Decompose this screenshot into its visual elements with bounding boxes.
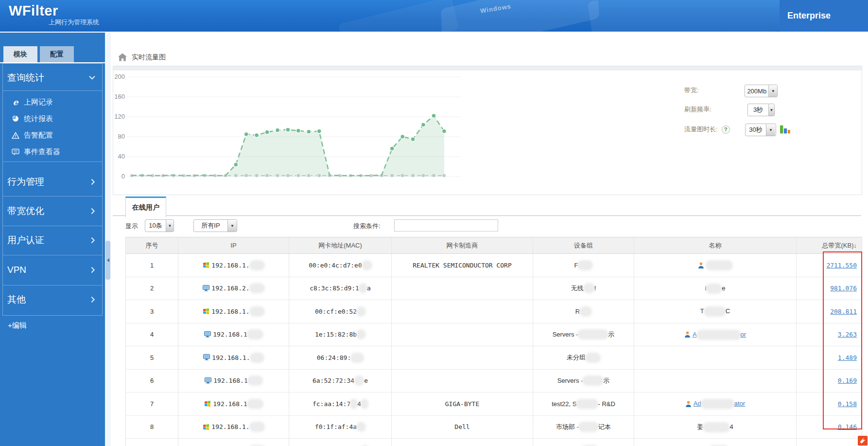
duration-control: 流量图时长: ? <box>684 125 730 134</box>
bandwidth-link[interactable]: 3.263 <box>838 331 857 338</box>
censored-region <box>362 400 367 408</box>
cell-total-bandwidth: 0.169 <box>797 370 862 392</box>
sidebar-section-5[interactable]: 其他 <box>3 285 102 314</box>
column-header-6[interactable]: 名称 <box>634 237 797 253</box>
tab-online-users[interactable]: 在线用户 <box>125 196 166 217</box>
help-icon[interactable]: ? <box>722 125 730 134</box>
column-header-3[interactable]: 网卡地址(MAC) <box>289 237 392 253</box>
user-name: 姜4 <box>697 423 733 431</box>
text-fragment: 4 <box>357 400 361 408</box>
censored-region <box>580 423 597 430</box>
cell-group: 未分 <box>533 439 634 446</box>
censored-region <box>577 400 597 408</box>
cell-name: Aor <box>634 323 797 346</box>
cell-ip: 192.168.1. <box>178 346 289 369</box>
refresh-select[interactable]: 3秒 ▼ <box>747 104 775 116</box>
cell-total-bandwidth: 0.158 <box>797 392 862 415</box>
bandwidth-link[interactable]: 1.489 <box>838 354 857 361</box>
dropdown-arrow-icon: ▼ <box>766 124 775 136</box>
bandwidth-link[interactable]: 0.158 <box>838 400 857 408</box>
sidebar-item-4[interactable]: 事件查看器 <box>3 144 102 159</box>
bandwidth-link[interactable]: 0.169 <box>838 377 857 384</box>
bandwidth-link[interactable]: 208.811 <box>830 308 857 315</box>
cell-vendor <box>392 346 533 369</box>
windows-icon <box>203 262 209 268</box>
cell-total-bandwidth: 2711.550 <box>797 254 862 277</box>
column-header-7[interactable]: 总带宽(KB)↓ <box>797 237 862 253</box>
sidebar-item-1[interactable]: e上网记录 <box>3 95 102 109</box>
censored-region <box>248 400 262 408</box>
y-tick-label: 80 <box>118 133 125 140</box>
tab-modules[interactable]: 模块 <box>3 46 37 62</box>
column-header-5[interactable]: 设备组 <box>533 237 634 253</box>
text-fragment: 示 <box>603 376 609 385</box>
censored-region <box>584 377 602 384</box>
cell-mac: 00:e0:4c:d7:e0 <box>289 254 392 277</box>
search-input[interactable] <box>394 219 498 232</box>
traffic-data-point <box>390 146 394 151</box>
tab-config[interactable]: 配置 <box>40 46 74 62</box>
page-size-select[interactable]: 10条 ▼ <box>145 219 174 232</box>
user-link[interactable] <box>706 261 732 269</box>
user-icon <box>698 262 704 268</box>
cell-group: Servers - 示 <box>533 323 634 346</box>
sidebar-item-label: 告警配置 <box>24 131 53 140</box>
traffic-data-point <box>296 128 300 133</box>
bandwidth-select[interactable]: 200Mb ▼ <box>745 85 778 97</box>
user-name: ie <box>705 285 725 292</box>
cell-total-bandwidth: 981.076 <box>797 277 862 300</box>
traffic-data-point <box>421 123 426 127</box>
home-icon[interactable] <box>118 53 127 63</box>
text-fragment: 192.168.1. <box>211 308 249 315</box>
traffic-area-fill <box>132 116 444 177</box>
bandwidth-link[interactable]: 2711.550 <box>826 262 857 269</box>
column-header-2[interactable]: IP <box>178 237 289 253</box>
censored-region <box>360 285 366 292</box>
sidebar-section-3[interactable]: 用户认证 <box>3 226 102 255</box>
online-users-table: 序号IP网卡地址(MAC)网卡制造商设备组名称总带宽(KB)↓ 1192.168… <box>125 237 862 446</box>
sidebar-item-2[interactable]: 统计报表 <box>3 111 102 126</box>
sidebar-section-label: 带宽优化 <box>7 205 44 217</box>
table-row: 7192.168.1fc:aa:14:74GIGA-BYTEtest22, S … <box>126 392 862 416</box>
y-tick-label: 40 <box>118 153 125 160</box>
duration-select[interactable]: 30秒 ▼ <box>745 124 776 136</box>
text-fragment: ator <box>734 400 745 407</box>
sidebar-section-label: 用户认证 <box>7 234 44 247</box>
sidebar-section-1[interactable]: 行为管理 <box>3 167 102 196</box>
sidebar-section-query-stats[interactable]: 查询统计 <box>3 65 102 90</box>
bandwidth-link[interactable]: 0.146 <box>838 423 857 430</box>
user-link[interactable]: Adator <box>694 400 745 408</box>
edition-panel: Enterprise <box>780 0 868 32</box>
text-fragment: 4 <box>729 423 733 430</box>
user-link[interactable]: Aor <box>693 331 746 339</box>
cell-group: 无线! <box>533 277 634 300</box>
cell-index: 1 <box>126 254 178 277</box>
refresh-control: 刷新频率: <box>684 105 712 114</box>
cell-name: DCR器 <box>634 439 797 446</box>
text-fragment: 未分组 <box>567 353 586 362</box>
y-tick-label: 200 <box>114 73 125 80</box>
floating-badge-icon[interactable] <box>858 436 868 446</box>
censored-region <box>251 308 263 315</box>
cell-vendor: GIGA-BYTE <box>392 392 533 415</box>
report-icon <box>11 115 20 123</box>
sidebar-collapse-handle[interactable] <box>105 241 110 280</box>
sidebar-edit-button[interactable]: +编辑 <box>8 321 27 330</box>
column-header-4[interactable]: 网卡制造商 <box>392 237 533 253</box>
sidebar-section-4[interactable]: VPN <box>3 255 102 285</box>
bandwidth-link[interactable]: 981.076 <box>830 285 857 292</box>
text-fragment: T <box>700 307 704 315</box>
cell-total-bandwidth: 3.263 <box>797 323 862 346</box>
cell-mac: 00:25:11:d7:f <box>289 439 392 446</box>
refresh-label: 刷新频率: <box>684 105 712 114</box>
column-header-1[interactable]: 序号 <box>126 237 178 253</box>
cell-mac: fc:aa:14:74 <box>289 392 392 415</box>
cell-index: 4 <box>126 323 178 346</box>
sidebar-section-2[interactable]: 带宽优化 <box>3 196 102 226</box>
ip-filter-select[interactable]: 所有IP ▼ <box>193 219 237 232</box>
cell-group: 未分组 <box>533 346 634 369</box>
censored-region <box>249 377 261 384</box>
user-icon <box>685 401 692 407</box>
bar-chart-icon[interactable] <box>780 123 791 137</box>
sidebar-item-3[interactable]: 告警配置 <box>3 128 102 143</box>
